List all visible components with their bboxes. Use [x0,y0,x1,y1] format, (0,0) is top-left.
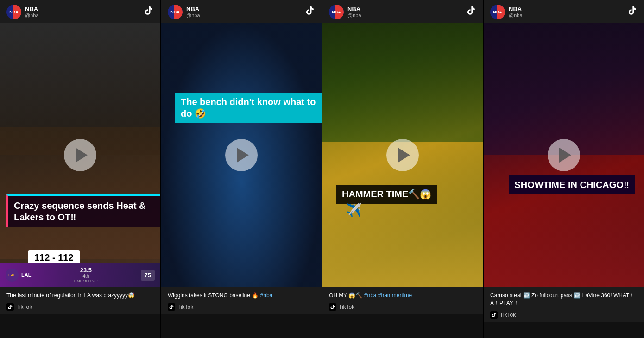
team-label: LAL [21,272,31,278]
play-triangle-icon [559,148,571,163]
hashtag-link[interactable]: #hammertime [378,292,412,299]
play-triangle-icon [76,148,88,163]
tiktok-header-icon[interactable] [305,6,315,19]
timeouts-label: TIMEOUTS: 1 [73,279,99,283]
play-triangle-icon [237,148,249,163]
court-bg [484,155,644,287]
account-name: NBA [509,6,523,13]
video-area[interactable]: Crazy sequence sends Heat & Lakers to OT… [0,23,160,287]
tiktok-badge: TikTok [490,311,638,319]
video-area[interactable]: The bench didn't know what to do 🤣 [161,23,322,287]
video-description: OH MY 😱🔨 #nba #hammertime [329,292,476,300]
video-card-3: NBANBA@nbaHAMMER TIME🔨😱✈️OH MY 😱🔨 #nba #… [322,0,484,338]
card-header: NBANBA@nba [322,0,483,23]
video-caption-overlay: HAMMER TIME🔨😱 [336,185,437,204]
tiktok-header-icon[interactable] [466,6,476,19]
tiktok-badge: TikTok [168,303,315,311]
lakers-logo: LAL [6,269,19,282]
card-footer: The last minute of regulation in LA was … [0,287,160,314]
play-button[interactable] [548,139,580,171]
crowd-bg [322,23,483,142]
tiktok-source-label: TikTok [500,312,516,318]
video-area[interactable]: SHOWTIME IN CHICAGO‼ [484,23,644,287]
emoji-plane: ✈️ [346,202,362,218]
account-name: NBA [347,6,361,13]
tiktok-badge: TikTok [329,303,476,311]
video-description: The last minute of regulation in LA was … [6,292,154,300]
nba-logo: NBA [168,5,183,19]
card-footer: OH MY 😱🔨 #nba #hammertimeTikTok [322,287,483,314]
card-header: NBANBA@nba [484,0,644,23]
play-triangle-icon [398,148,410,163]
play-button[interactable] [386,139,419,171]
video-caption-overlay: The bench didn't know what to do 🤣 [175,93,322,123]
tiktok-badge-icon [6,303,14,311]
card-footer: Caruso steal ↩️ Zo fullcourt pass ↩️ LaV… [484,287,644,322]
tiktok-header-icon[interactable] [144,6,154,19]
card-header: NBANBA@nba [161,0,322,23]
tiktok-source-label: TikTok [339,304,354,310]
hashtag-link[interactable]: #nba [364,292,377,299]
tiktok-source-label: TikTok [177,304,193,310]
account-handle: @nba [347,13,361,19]
play-button[interactable] [64,139,96,171]
tiktok-header-icon[interactable] [627,6,638,19]
tiktok-badge-icon [490,311,498,319]
nba-logo: NBA [329,5,344,19]
tiktok-badge: TikTok [6,303,154,311]
account-handle: @nba [186,13,200,19]
account-name: NBA [25,6,39,13]
nba-logo: NBA [490,5,505,19]
video-caption-overlay: SHOWTIME IN CHICAGO‼ [509,175,635,194]
card-footer: Wiggins takes it STONG baseline 🔥 #nbaTi… [161,287,322,314]
video-area[interactable]: HAMMER TIME🔨😱✈️ [322,23,483,287]
game-time: 23.5 [80,267,92,274]
account-handle: @nba [509,13,523,19]
video-card-1: NBANBA@nbaCrazy sequence sends Heat & La… [0,0,161,338]
play-button[interactable] [225,139,258,171]
video-card-4: NBANBA@nbaSHOWTIME IN CHICAGO‼Caruso ste… [484,0,644,338]
video-card-2: NBANBA@nbaThe bench didn't know what to … [161,0,322,338]
tiktok-source-label: TikTok [16,304,32,310]
crowd-bg [484,23,644,155]
tiktok-badge-icon [168,303,175,311]
account-handle: @nba [25,13,39,19]
team-score: 75 [141,270,155,281]
nba-logo: NBA [6,5,21,19]
scoreboard-bar: LALLAL23.54thTIMEOUTS: 175 [0,263,160,287]
video-caption-overlay: Crazy sequence sends Heat & Lakers to OT… [6,194,160,227]
video-description: Caruso steal ↩️ Zo fullcourt pass ↩️ LaV… [490,292,638,307]
cards-container: NBANBA@nbaCrazy sequence sends Heat & La… [0,0,644,338]
tiktok-badge-icon [329,303,336,311]
account-name: NBA [186,6,200,13]
game-quarter: 4th [83,274,89,279]
card-header: NBANBA@nba [0,0,160,23]
hashtag-link[interactable]: #nba [260,292,273,299]
video-description: Wiggins takes it STONG baseline 🔥 #nba [168,292,315,300]
